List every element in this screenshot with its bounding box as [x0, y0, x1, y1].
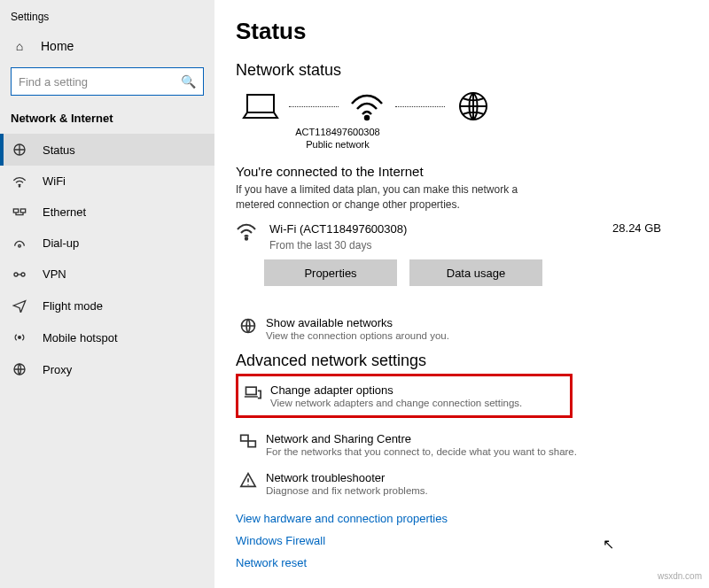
- connected-title: You're connected to the Internet: [236, 164, 688, 179]
- option-description: For the networks that you connect to, de…: [266, 446, 577, 457]
- properties-button[interactable]: Properties: [264, 259, 397, 286]
- wifi-icon: [12, 175, 30, 188]
- option-description: View network adapters and change connect…: [270, 398, 522, 408]
- sidebar-section-title: Network & Internet: [0, 106, 214, 134]
- sidebar-item-label: Proxy: [43, 363, 72, 376]
- app-title: Settings: [0, 7, 214, 32]
- sidebar-item-label: Flight mode: [43, 299, 103, 313]
- svg-rect-9: [247, 95, 274, 112]
- svg-point-12: [245, 238, 247, 240]
- sidebar: Settings ⌂ Home 🔍 Network & Internet Sta…: [0, 0, 214, 588]
- search-input[interactable]: [19, 75, 181, 89]
- proxy-icon: [12, 362, 30, 376]
- svg-rect-16: [248, 441, 255, 447]
- option-description: Diagnose and fix network problems.: [266, 485, 428, 496]
- sharing-icon: [239, 432, 266, 449]
- wifi-icon: [236, 221, 266, 241]
- svg-point-4: [19, 244, 21, 247]
- watermark: wsxdn.com: [658, 571, 702, 581]
- sidebar-item-label: VPN: [43, 267, 66, 281]
- hotspot-icon: [12, 330, 30, 344]
- warning-icon: [239, 471, 266, 488]
- vpn-icon: [12, 268, 30, 281]
- advanced-heading: Advanced network settings: [236, 352, 688, 370]
- link-network-reset[interactable]: Network reset: [236, 556, 688, 569]
- main-content: Status Network status ACT118497600308 Pu…: [214, 0, 709, 588]
- sidebar-item-ethernet[interactable]: Ethernet: [0, 197, 214, 228]
- diagram-network-type: Public network: [289, 138, 386, 151]
- mouse-cursor: ↖: [603, 536, 614, 553]
- svg-rect-3: [20, 209, 25, 213]
- wifi-period: From the last 30 days: [269, 238, 612, 253]
- svg-point-10: [365, 116, 369, 120]
- network-diagram: [236, 89, 688, 124]
- option-description: View the connection options around you.: [266, 330, 449, 341]
- svg-point-6: [21, 273, 25, 276]
- network-sharing-centre[interactable]: Network and Sharing Centre For the netwo…: [236, 425, 688, 464]
- svg-point-7: [19, 337, 21, 339]
- diagram-connector: [289, 106, 339, 107]
- svg-point-5: [14, 273, 18, 276]
- wifi-signal-icon: [342, 89, 392, 124]
- svg-rect-14: [246, 388, 257, 395]
- diagram-connector: [395, 106, 445, 107]
- diagram-ssid: ACT118497600308: [289, 126, 386, 138]
- adapter-icon: [244, 383, 270, 400]
- change-adapter-options[interactable]: Change adapter options View network adap…: [244, 382, 565, 410]
- wifi-buttons: Properties Data usage: [264, 259, 688, 286]
- search-box[interactable]: 🔍: [11, 67, 204, 96]
- search-icon: 🔍: [181, 74, 196, 89]
- home-button[interactable]: ⌂ Home: [0, 32, 214, 60]
- globe-icon: [239, 316, 266, 335]
- home-icon: ⌂: [11, 39, 28, 53]
- laptop-icon: [236, 89, 285, 124]
- wifi-usage-block: Wi-Fi (ACT118497600308) From the last 30…: [236, 221, 688, 252]
- svg-point-1: [19, 185, 19, 186]
- network-troubleshooter[interactable]: Network troubleshooter Diagnose and fix …: [236, 464, 688, 503]
- airplane-icon: [12, 298, 30, 313]
- dialup-icon: [12, 237, 30, 250]
- connected-description: If you have a limited data plan, you can…: [236, 182, 528, 213]
- sidebar-item-flightmode[interactable]: Flight mode: [0, 290, 214, 321]
- ethernet-icon: [12, 206, 30, 219]
- option-title: Show available networks: [266, 316, 449, 329]
- page-title: Status: [236, 18, 688, 45]
- wifi-usage-value: 28.24 GB: [612, 221, 688, 235]
- option-title: Change adapter options: [270, 383, 522, 397]
- option-title: Network and Sharing Centre: [266, 432, 577, 445]
- link-windows-firewall[interactable]: Windows Firewall: [236, 534, 688, 547]
- sidebar-item-hotspot[interactable]: Mobile hotspot: [0, 321, 214, 353]
- network-status-heading: Network status: [236, 61, 688, 80]
- sidebar-item-dialup[interactable]: Dial-up: [0, 228, 214, 259]
- data-usage-button[interactable]: Data usage: [409, 259, 542, 286]
- diagram-label: ACT118497600308 Public network: [289, 126, 386, 151]
- change-adapter-highlight: Change adapter options View network adap…: [236, 374, 573, 418]
- status-icon: [12, 143, 30, 157]
- option-title: Network troubleshooter: [266, 471, 428, 484]
- sidebar-item-label: Ethernet: [43, 205, 86, 219]
- sidebar-item-label: WiFi: [43, 174, 66, 188]
- sidebar-item-label: Status: [43, 143, 75, 157]
- wifi-name: Wi-Fi (ACT118497600308): [269, 221, 612, 237]
- sidebar-item-status[interactable]: Status: [0, 134, 214, 166]
- sidebar-item-vpn[interactable]: VPN: [0, 259, 214, 290]
- sidebar-item-proxy[interactable]: Proxy: [0, 353, 214, 385]
- sidebar-item-wifi[interactable]: WiFi: [0, 166, 214, 197]
- link-hardware-properties[interactable]: View hardware and connection properties: [236, 512, 688, 525]
- svg-rect-15: [241, 436, 248, 442]
- home-label: Home: [41, 39, 74, 53]
- globe-icon: [448, 89, 498, 124]
- sidebar-item-label: Mobile hotspot: [43, 331, 118, 344]
- show-available-networks[interactable]: Show available networks View the connect…: [236, 309, 688, 348]
- svg-rect-2: [13, 209, 18, 213]
- sidebar-item-label: Dial-up: [43, 236, 79, 250]
